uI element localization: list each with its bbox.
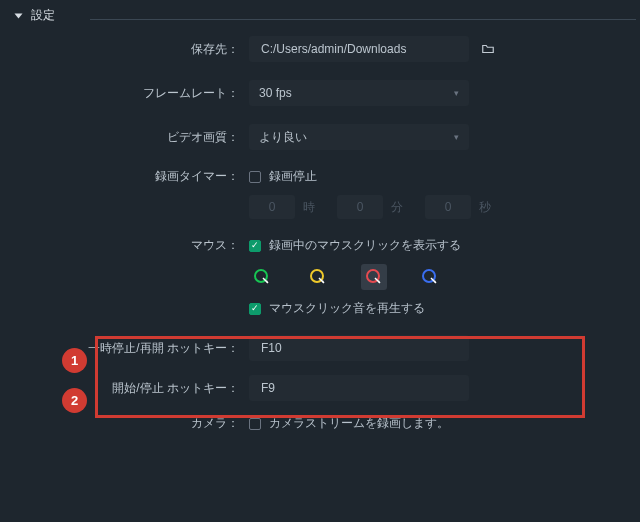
checkbox-icon [249, 240, 261, 252]
timer-seconds[interactable]: 0 秒 [425, 195, 491, 219]
timer-stop-checkbox[interactable]: 録画停止 [249, 168, 317, 185]
browse-folder-button[interactable] [475, 36, 501, 62]
timer-stop-text: 録画停止 [269, 168, 317, 185]
quality-value: より良い [259, 129, 307, 146]
checkbox-icon [249, 171, 261, 183]
mouse-label: マウス： [24, 237, 249, 254]
timer-minutes[interactable]: 0 分 [337, 195, 403, 219]
start-hotkey-value: F9 [261, 381, 275, 395]
play-sound-checkbox[interactable]: マウスクリック音を再生する [249, 300, 425, 317]
timer-label: 録画タイマー： [24, 168, 249, 185]
start-hotkey-input[interactable]: F9 [249, 375, 469, 401]
framerate-label: フレームレート： [24, 85, 249, 102]
save-path-input[interactable]: C:/Users/admin/Downloads [249, 36, 469, 62]
toggle-icon [15, 13, 23, 18]
pause-hotkey-label: 一時停止/再開 ホットキー： [24, 340, 249, 357]
start-hotkey-label: 開始/停止 ホットキー： [24, 380, 249, 397]
framerate-select[interactable]: 30 fps ▾ [249, 80, 469, 106]
color-option-yellow[interactable] [305, 264, 331, 290]
save-path-value: C:/Users/admin/Downloads [261, 42, 406, 56]
folder-icon [481, 42, 495, 56]
quality-label: ビデオ画質： [24, 129, 249, 146]
timer-seconds-unit: 秒 [479, 199, 491, 216]
show-clicks-text: 録画中のマウスクリックを表示する [269, 237, 461, 254]
checkbox-icon [249, 418, 261, 430]
click-color-picker [249, 264, 443, 290]
chevron-down-icon: ▾ [454, 132, 459, 142]
timer-hours[interactable]: 0 時 [249, 195, 315, 219]
color-option-red[interactable] [361, 264, 387, 290]
timer-seconds-value: 0 [425, 195, 471, 219]
camera-label: カメラ： [24, 415, 249, 432]
show-clicks-checkbox[interactable]: 録画中のマウスクリックを表示する [249, 237, 461, 254]
pause-hotkey-input[interactable]: F10 [249, 335, 469, 361]
annotation-badge-2: 2 [62, 388, 87, 413]
timer-minutes-value: 0 [337, 195, 383, 219]
color-option-green[interactable] [249, 264, 275, 290]
timer-hours-value: 0 [249, 195, 295, 219]
annotation-badge-1: 1 [62, 348, 87, 373]
quality-select[interactable]: より良い ▾ [249, 124, 469, 150]
chevron-down-icon: ▾ [454, 88, 459, 98]
pause-hotkey-value: F10 [261, 341, 282, 355]
save-path-label: 保存先： [24, 41, 249, 58]
camera-checkbox[interactable]: カメラストリームを録画します。 [249, 415, 449, 432]
camera-text: カメラストリームを録画します。 [269, 415, 449, 432]
color-option-blue[interactable] [417, 264, 443, 290]
play-sound-text: マウスクリック音を再生する [269, 300, 425, 317]
checkbox-icon [249, 303, 261, 315]
timer-minutes-unit: 分 [391, 199, 403, 216]
timer-hours-unit: 時 [303, 199, 315, 216]
framerate-value: 30 fps [259, 86, 292, 100]
